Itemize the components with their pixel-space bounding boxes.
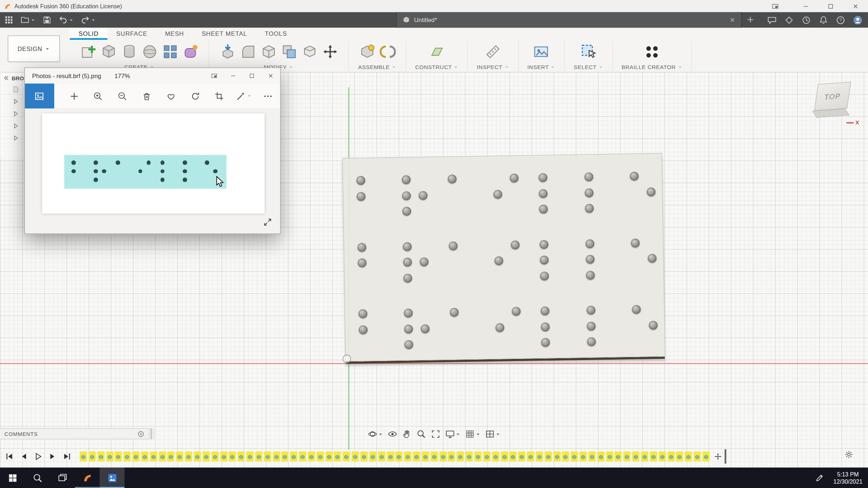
timeline-feature[interactable] bbox=[194, 451, 201, 462]
timeline-feature[interactable] bbox=[378, 451, 385, 462]
photos-maximize-button[interactable] bbox=[242, 68, 261, 84]
timeline-feature[interactable] bbox=[527, 451, 534, 462]
component-icon[interactable] bbox=[12, 86, 20, 93]
qat-undo-button[interactable] bbox=[59, 16, 73, 24]
photos-titlebar[interactable]: Photos - result.brf (5).png 177% bbox=[25, 68, 280, 84]
timeline-feature[interactable] bbox=[238, 451, 245, 462]
taskbar-fusion-360-button[interactable] bbox=[75, 467, 100, 488]
photos-zoom-out-button[interactable] bbox=[110, 84, 135, 108]
new-tab-button[interactable] bbox=[746, 16, 754, 24]
timeline-feature[interactable] bbox=[141, 451, 148, 462]
timeline-feature[interactable] bbox=[457, 451, 464, 462]
timeline-feature[interactable] bbox=[211, 451, 218, 462]
timeline-feature[interactable] bbox=[308, 451, 315, 462]
tool-measure-button[interactable] bbox=[484, 42, 502, 61]
ribbon-tab-mesh[interactable]: MESH bbox=[156, 28, 193, 40]
timeline-feature[interactable] bbox=[571, 451, 578, 462]
timeline-feature[interactable] bbox=[387, 451, 394, 462]
timeline-feature[interactable] bbox=[281, 451, 289, 462]
group-label-assemble[interactable]: ASSEMBLE bbox=[358, 64, 396, 71]
timeline-feature[interactable] bbox=[483, 451, 490, 462]
timeline-feature[interactable] bbox=[439, 451, 447, 462]
timeline-feature[interactable] bbox=[159, 451, 166, 462]
skip-end-button[interactable] bbox=[62, 451, 72, 462]
taskbar-task-view-button[interactable] bbox=[50, 467, 75, 488]
photo-image[interactable] bbox=[42, 114, 264, 214]
tool-create-sketch-button[interactable] bbox=[78, 42, 97, 61]
compact-overlay-icon[interactable] bbox=[205, 68, 224, 84]
group-label-insert[interactable]: INSERT bbox=[527, 64, 556, 71]
workspace-selector[interactable]: DESIGN bbox=[8, 35, 60, 62]
titlebar-extra-icon[interactable] bbox=[772, 3, 779, 10]
timeline-feature[interactable] bbox=[580, 451, 587, 462]
timeline-feature[interactable] bbox=[667, 451, 675, 462]
photos-delete-button[interactable] bbox=[135, 84, 159, 108]
photos-more-button[interactable] bbox=[256, 84, 280, 108]
document-tab[interactable]: Untitled* bbox=[396, 12, 742, 28]
pan-button[interactable] bbox=[402, 429, 412, 439]
qat-save-button[interactable] bbox=[43, 16, 51, 24]
tool-cylinder-button[interactable] bbox=[120, 42, 139, 61]
timeline-feature[interactable] bbox=[132, 451, 140, 462]
braille-plate-body[interactable] bbox=[342, 153, 665, 361]
taskbar-photos-button[interactable] bbox=[100, 467, 125, 488]
expand-arrow-icon[interactable] bbox=[12, 134, 20, 142]
timeline-feature[interactable] bbox=[89, 451, 96, 462]
tool-sphere-button[interactable] bbox=[140, 42, 159, 61]
timeline-feature[interactable] bbox=[518, 451, 526, 462]
timeline-feature[interactable] bbox=[501, 451, 508, 462]
timeline-feature[interactable] bbox=[694, 451, 701, 462]
group-label-construct[interactable]: CONSTRUCT bbox=[415, 64, 459, 71]
timeline-feature[interactable] bbox=[553, 451, 561, 462]
timeline-feature[interactable] bbox=[492, 451, 499, 462]
taskbar-clock[interactable]: 5:13 PM 12/30/2021 bbox=[833, 471, 862, 485]
tool-insert-image-button[interactable] bbox=[532, 42, 551, 61]
step-back-button[interactable] bbox=[19, 451, 29, 462]
timeline-feature[interactable] bbox=[80, 451, 87, 462]
photos-see-all-photos-button[interactable] bbox=[25, 84, 54, 108]
tool-pattern-button[interactable] bbox=[161, 42, 179, 61]
photos-crop-button[interactable] bbox=[207, 84, 231, 108]
photos-minimize-button[interactable] bbox=[224, 68, 242, 84]
timeline-feature[interactable] bbox=[176, 451, 183, 462]
group-label-select[interactable]: SELECT bbox=[574, 64, 603, 71]
photos-favorite-button[interactable] bbox=[159, 84, 183, 108]
minimize-button[interactable] bbox=[793, 0, 818, 12]
timeline-feature[interactable] bbox=[325, 451, 332, 462]
timeline-marker-icon[interactable] bbox=[714, 453, 722, 460]
taskbar-search-button[interactable] bbox=[25, 467, 50, 488]
timeline-feature[interactable] bbox=[220, 451, 227, 462]
ribbon-tab-solid[interactable]: SOLID bbox=[70, 28, 107, 40]
timeline-feature[interactable] bbox=[615, 451, 622, 462]
qat-file-button[interactable] bbox=[21, 16, 35, 24]
timeline-feature[interactable] bbox=[650, 451, 657, 462]
timeline-feature[interactable] bbox=[334, 451, 341, 462]
photos-rotate-button[interactable] bbox=[183, 84, 207, 108]
timeline-feature[interactable] bbox=[97, 451, 105, 462]
timeline-feature[interactable] bbox=[290, 451, 297, 462]
timeline-feature[interactable] bbox=[316, 451, 324, 462]
timeline-position-bar[interactable] bbox=[724, 449, 726, 464]
comments-panel[interactable]: COMMENTS bbox=[0, 428, 149, 440]
timeline-feature[interactable] bbox=[685, 451, 692, 462]
timeline-feature[interactable] bbox=[632, 451, 639, 462]
timeline-feature[interactable] bbox=[702, 451, 710, 462]
clock-icon[interactable] bbox=[801, 15, 811, 25]
timeline-feature[interactable] bbox=[352, 451, 359, 462]
timeline-feature[interactable] bbox=[597, 451, 604, 462]
help-icon[interactable]: ? bbox=[836, 15, 845, 25]
ribbon-tab-surface[interactable]: SURFACE bbox=[107, 28, 156, 40]
timeline-feature[interactable] bbox=[343, 451, 350, 462]
look-at-button[interactable] bbox=[388, 429, 397, 439]
notifications-icon[interactable] bbox=[819, 15, 828, 25]
taskbar-start-button[interactable] bbox=[0, 467, 25, 488]
timeline-feature[interactable] bbox=[545, 451, 552, 462]
tool-joint-button[interactable] bbox=[378, 42, 397, 61]
photos-close-button[interactable] bbox=[261, 68, 280, 84]
tool-select-window-button[interactable] bbox=[579, 42, 598, 61]
ribbon-tab-tools[interactable]: TOOLS bbox=[256, 28, 296, 40]
timeline-feature[interactable] bbox=[641, 451, 648, 462]
comments-panel-handle[interactable] bbox=[150, 428, 156, 440]
expand-arrow-icon[interactable] bbox=[12, 122, 20, 129]
timeline-feature[interactable] bbox=[203, 451, 210, 462]
